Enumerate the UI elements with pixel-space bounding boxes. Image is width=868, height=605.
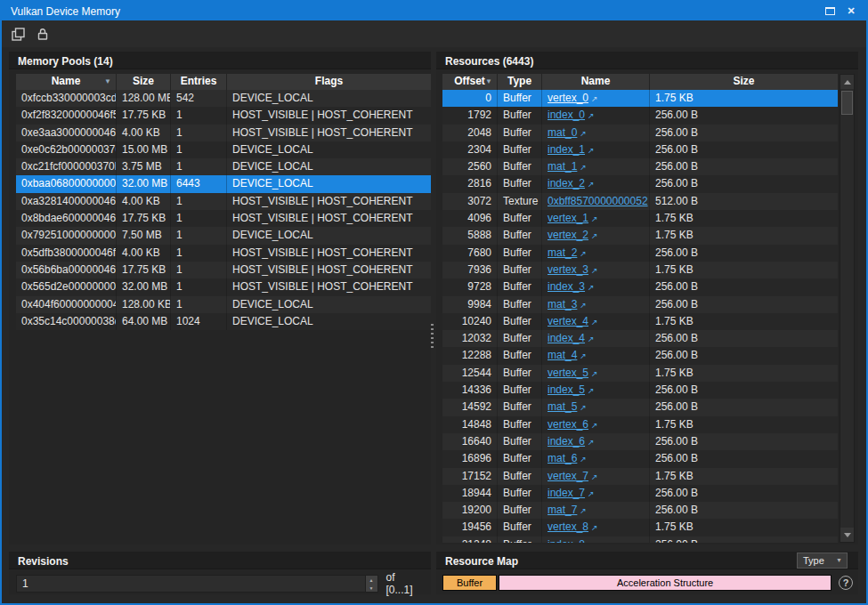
resources-scrollbar[interactable]	[840, 74, 855, 543]
table-row[interactable]: 12032Bufferindex_4↗256.00 B	[442, 330, 838, 347]
table-row[interactable]: 0Buffervertex_0↗1.75 KB	[442, 90, 838, 107]
scrollbar-thumb[interactable]	[841, 91, 853, 115]
column-header-size[interactable]: Size	[117, 74, 171, 90]
resource-link[interactable]: vertex_2	[548, 229, 588, 241]
resource-link[interactable]: index_1	[548, 143, 585, 156]
column-header-entries[interactable]: Entries	[171, 74, 227, 90]
maximize-button[interactable]	[820, 2, 840, 20]
column-header-res-size[interactable]: Size	[650, 74, 838, 90]
table-row[interactable]: 16640Bufferindex_6↗256.00 B	[442, 433, 838, 450]
column-header-flags[interactable]: Flags	[227, 74, 431, 90]
resource-link[interactable]: vertex_5	[548, 367, 588, 379]
table-row[interactable]: 0x404f600000000045128.00 KB1DEVICE_LOCAL	[16, 296, 431, 313]
help-icon[interactable]: ?	[839, 576, 853, 590]
resource-link[interactable]: vertex_3	[548, 263, 588, 276]
resource-map-segment[interactable]: Buffer	[442, 575, 497, 591]
resource-link[interactable]: mat_0	[548, 126, 577, 139]
resource-link[interactable]: index_8	[548, 538, 585, 543]
column-header-offset[interactable]: Offset ▼	[442, 74, 498, 90]
table-row[interactable]: 5888Buffervertex_2↗1.75 KB	[442, 227, 838, 244]
revision-value[interactable]: 1	[17, 577, 365, 590]
scrollbar-track[interactable]	[840, 89, 854, 528]
table-row[interactable]: 2560Buffermat_1↗256.00 B	[442, 158, 838, 175]
external-link-icon: ↗	[591, 421, 598, 430]
revision-spinbox[interactable]: 1 ▲ ▼	[16, 575, 378, 593]
table-row[interactable]: 7936Buffervertex_3↗1.75 KB	[442, 262, 838, 278]
table-row[interactable]: 12544Buffervertex_5↗1.75 KB	[442, 365, 838, 382]
resource-link[interactable]: index_7	[548, 487, 585, 499]
panel-splitter-handle[interactable]	[431, 324, 434, 349]
column-header-name[interactable]: Name ▼	[16, 74, 117, 90]
scroll-up-button[interactable]	[840, 75, 854, 89]
resource-link[interactable]: 0xbff8570000000052	[548, 195, 648, 207]
column-header-type[interactable]: Type	[498, 74, 542, 90]
table-row[interactable]: 9728Bufferindex_3↗256.00 B	[442, 278, 838, 295]
table-row[interactable]: 7680Buffermat_2↗256.00 B	[442, 245, 838, 262]
resource-link[interactable]: vertex_6	[548, 418, 588, 431]
table-row[interactable]: 0xc21fcf000000370b3.75 MB1DEVICE_LOCAL	[16, 158, 431, 175]
resource-map-bar[interactable]: BufferAcceleration Structure	[442, 575, 831, 591]
resource-link[interactable]: index_4	[548, 332, 585, 344]
resource-type-cell: Buffer	[498, 262, 542, 278]
pool-flags-cell: DEVICE_LOCAL	[227, 90, 431, 107]
table-row[interactable]: 0x5dfb3800000046ff4.00 KB1HOST_VISIBLE |…	[16, 245, 431, 262]
table-row[interactable]: 1792Bufferindex_0↗256.00 B	[442, 107, 838, 124]
table-row[interactable]: 0xfccb330000003cd2128.00 MB542DEVICE_LOC…	[16, 90, 431, 107]
table-row[interactable]: 0xe0c62b000000370715.00 MB1DEVICE_LOCAL	[16, 141, 431, 158]
table-row[interactable]: 17152Buffervertex_7↗1.75 KB	[442, 468, 838, 485]
resource-link[interactable]: mat_4	[548, 349, 577, 361]
resource-link[interactable]: mat_5	[548, 400, 577, 413]
resource-link[interactable]: mat_2	[548, 246, 577, 259]
table-row[interactable]: 3072Texture0xbff8570000000052↗512.00 B	[442, 193, 838, 210]
table-row[interactable]: 0xbaa068000000004d32.00 MB6443DEVICE_LOC…	[16, 175, 431, 192]
table-row[interactable]: 0xf2f83200000046f517.75 KB1HOST_VISIBLE …	[16, 107, 431, 124]
table-row[interactable]: 12288Buffermat_4↗256.00 B	[442, 347, 838, 364]
resource-link[interactable]: index_6	[548, 435, 585, 448]
resource-link[interactable]: vertex_0	[548, 92, 588, 104]
resource-link[interactable]: mat_3	[548, 298, 577, 311]
resource-map-segment[interactable]: Acceleration Structure	[499, 575, 831, 591]
table-row[interactable]: 0x8bdae600000046f917.75 KB1HOST_VISIBLE …	[16, 210, 431, 227]
resource-link[interactable]: index_2	[548, 177, 585, 190]
resource-link[interactable]: vertex_8	[548, 520, 588, 533]
table-row[interactable]: 18944Bufferindex_7↗256.00 B	[442, 485, 838, 502]
table-row[interactable]: 4096Buffervertex_1↗1.75 KB	[442, 210, 838, 227]
resource-link[interactable]: vertex_1	[548, 212, 588, 224]
lock-button[interactable]	[32, 23, 53, 44]
table-row[interactable]: 2048Buffermat_0↗256.00 B	[442, 125, 838, 141]
table-row[interactable]: 0x565d2e000000004b32.00 MB1HOST_VISIBLE …	[16, 278, 431, 295]
new-window-button[interactable]	[7, 23, 28, 44]
table-row[interactable]: 0x35c14c00000038d164.00 MB1024DEVICE_LOC…	[16, 313, 431, 330]
table-row[interactable]: 0xa3281400000046fb4.00 KB1HOST_VISIBLE |…	[16, 193, 431, 210]
table-row[interactable]: 19200Buffermat_7↗256.00 B	[442, 502, 838, 519]
table-row[interactable]: 10240Buffervertex_4↗1.75 KB	[442, 313, 838, 330]
spin-up-button[interactable]: ▲	[366, 576, 377, 584]
spin-down-button[interactable]: ▼	[366, 584, 377, 592]
table-row[interactable]: 2304Bufferindex_1↗256.00 B	[442, 141, 838, 158]
resource-link[interactable]: mat_1	[548, 160, 577, 173]
table-row[interactable]: 16896Buffermat_6↗256.00 B	[442, 450, 838, 467]
table-row[interactable]: 2816Bufferindex_2↗256.00 B	[442, 175, 838, 192]
type-filter-dropdown[interactable]: Type ▼	[797, 553, 848, 569]
resource-link[interactable]: index_5	[548, 383, 585, 396]
close-button[interactable]: ✕	[841, 2, 861, 20]
resource-link[interactable]: vertex_4	[548, 315, 588, 327]
resource-link[interactable]: index_3	[548, 280, 585, 293]
scroll-down-button[interactable]	[840, 528, 854, 542]
table-row[interactable]: 14848Buffervertex_6↗1.75 KB	[442, 416, 838, 433]
table-row[interactable]: 0xe3aa3000000046f74.00 KB1HOST_VISIBLE |…	[16, 125, 431, 141]
table-row[interactable]: 14336Bufferindex_5↗256.00 B	[442, 382, 838, 399]
resources-panel-header: Resources (6443)	[436, 52, 858, 69]
column-header-res-name[interactable]: Name	[542, 74, 650, 90]
resource-link[interactable]: mat_6	[548, 452, 577, 464]
resource-link[interactable]: index_0	[548, 109, 585, 121]
table-row[interactable]: 21248Bufferindex_8↗256.00 B	[442, 536, 838, 543]
table-row[interactable]: 0x79251000000000357.50 MB1DEVICE_LOCAL	[16, 227, 431, 244]
table-row[interactable]: 0x56b6ba00000046fd17.75 KB1HOST_VISIBLE …	[16, 262, 431, 278]
table-row[interactable]: 19456Buffervertex_8↗1.75 KB	[442, 519, 838, 536]
resource-link[interactable]: mat_7	[548, 504, 577, 516]
table-row[interactable]: 14592Buffermat_5↗256.00 B	[442, 399, 838, 415]
window-titlebar[interactable]: Vulkan Device Memory ✕	[2, 2, 866, 20]
table-row[interactable]: 9984Buffermat_3↗256.00 B	[442, 296, 838, 313]
resource-link[interactable]: vertex_7	[548, 470, 588, 482]
